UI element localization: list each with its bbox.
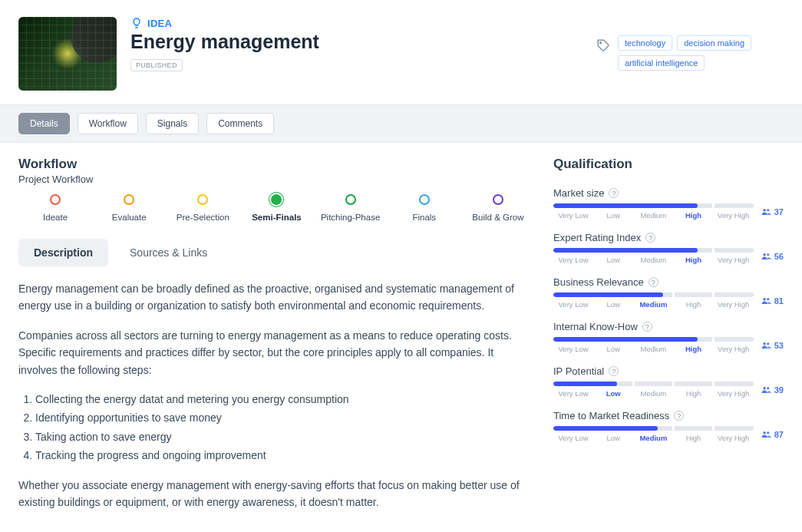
qualification-panel: Qualification Market size?Very LowLowMed… [553, 157, 784, 523]
workflow-steps: IdeateEvaluatePre-SelectionSemi-FinalsPi… [18, 194, 535, 222]
scale-label: Very High [714, 211, 754, 220]
scale-label: Medium [633, 256, 673, 264]
metric: Business Relevance?Very LowLowMediumHigh… [553, 276, 784, 309]
type-label: IDEA [147, 18, 172, 29]
scale-label: Very High [714, 434, 754, 442]
scale-label: High [673, 389, 713, 398]
workflow-step[interactable]: Finals [388, 194, 461, 222]
scale-label: Very Low [553, 345, 593, 353]
workflow-step[interactable]: Pitching-Phase [314, 194, 388, 222]
help-icon[interactable]: ? [642, 322, 652, 332]
help-icon[interactable]: ? [645, 233, 655, 243]
scale-label: Very Low [553, 434, 593, 442]
desc-p1: Energy management can be broadly defined… [18, 280, 535, 315]
scale-label: Very Low [553, 389, 593, 398]
svg-point-4 [767, 253, 769, 256]
scale-label: Very Low [553, 211, 593, 220]
metric-name: Internal Know-How [553, 321, 638, 332]
tag-icon [596, 38, 610, 55]
workflow-subtitle: Project Workflow [18, 173, 535, 185]
scale-label: High [673, 300, 713, 309]
metric-bar[interactable] [553, 292, 754, 297]
help-icon[interactable]: ? [609, 188, 619, 198]
people-count[interactable]: 53 [761, 341, 784, 350]
help-icon[interactable]: ? [649, 277, 658, 287]
tag[interactable]: decision making [677, 35, 751, 51]
desc-p3: Whether you associate energy management … [18, 477, 535, 511]
desc-step-item: Identifying opportunities to save money [35, 409, 535, 426]
metric-name: Business Relevance [553, 276, 644, 288]
scale-label: Very High [714, 389, 754, 398]
metric-bar[interactable] [553, 382, 754, 386]
svg-point-10 [767, 387, 769, 389]
metric-name: Time to Market Readiness [553, 410, 669, 421]
metric-bar[interactable] [553, 203, 754, 208]
svg-point-12 [767, 431, 769, 434]
workflow-step-label: Pre-Selection [166, 213, 239, 222]
workflow-step-label: Ideate [18, 213, 92, 222]
subtab-sources-links[interactable]: Sources & Links [114, 239, 223, 266]
workflow-step[interactable]: Evaluate [92, 194, 166, 222]
scale-label: High [673, 211, 713, 220]
scale-label: Medium [633, 345, 673, 353]
people-count[interactable]: 37 [761, 207, 784, 216]
metric-bar[interactable] [553, 337, 754, 342]
svg-point-2 [767, 209, 769, 211]
tag[interactable]: artificial intelligence [618, 55, 705, 71]
header-main: IDEA Energy management PUBLISHED [130, 17, 583, 71]
scale-label: Low [593, 300, 633, 309]
desc-step-item: Collecting the energy datat and metering… [35, 391, 535, 408]
desc-p2-intro: Companies across all sectors are turning… [18, 327, 535, 378]
workflow-step[interactable]: Ideate [18, 194, 92, 222]
help-icon[interactable]: ? [609, 366, 619, 376]
svg-point-3 [763, 253, 766, 256]
scale-label: High [673, 345, 713, 353]
svg-point-5 [763, 297, 766, 300]
workflow-step[interactable]: Pre-Selection [166, 194, 239, 222]
tab-workflow[interactable]: Workflow [78, 113, 138, 134]
workflow-step-label: Finals [388, 213, 461, 222]
scale-label: Low [593, 389, 633, 398]
workflow-step-label: Build & Grow [461, 213, 535, 222]
subtab-description[interactable]: Description [18, 239, 108, 266]
workflow-step[interactable]: Semi-Finals [239, 194, 313, 222]
tab-comments[interactable]: Comments [206, 113, 274, 134]
scale-label: Very High [714, 300, 754, 309]
metrics-list: Market size?Very LowLowMediumHighVery Hi… [553, 187, 784, 442]
svg-point-9 [763, 386, 766, 389]
tags-region: technologydecision makingartificial inte… [596, 17, 784, 71]
workflow-step-label: Evaluate [92, 213, 166, 222]
workflow-step[interactable]: Build & Grow [461, 194, 535, 222]
workflow-step-label: Semi-Finals [239, 213, 313, 222]
svg-point-8 [767, 342, 769, 345]
people-count[interactable]: 56 [761, 252, 784, 261]
scale-label: Medium [633, 434, 673, 442]
metric-bar[interactable] [553, 426, 754, 431]
scale-label: Medium [633, 300, 673, 309]
svg-point-1 [763, 208, 766, 211]
desc-steps-list: Collecting the energy datat and metering… [18, 391, 535, 464]
desc-step-item: Tracking the progress and ongoing improv… [35, 447, 535, 464]
metric: Internal Know-How?Very LowLowMediumHighV… [553, 321, 784, 353]
scale-label: Very High [714, 345, 754, 353]
people-count[interactable]: 39 [761, 385, 784, 395]
workflow-title: Workflow [18, 157, 535, 172]
tag[interactable]: technology [618, 35, 672, 51]
metric-name: IP Potential [553, 365, 604, 377]
scale-label: Very Low [553, 256, 593, 264]
svg-point-0 [600, 42, 602, 44]
help-icon[interactable]: ? [674, 411, 684, 421]
tab-details[interactable]: Details [18, 113, 70, 134]
people-count[interactable]: 81 [761, 296, 784, 306]
scale-label: Medium [633, 211, 673, 220]
page-title: Energy management [130, 31, 583, 53]
scale-label: High [673, 434, 713, 442]
sub-tabs: DescriptionSources & Links [18, 239, 535, 266]
scale-label: Low [593, 345, 633, 353]
metric-bar[interactable] [553, 248, 754, 253]
scale-label: Medium [633, 389, 673, 398]
tab-signals[interactable]: Signals [146, 113, 199, 134]
people-count[interactable]: 87 [761, 430, 784, 439]
svg-point-11 [763, 431, 766, 434]
workflow-step-label: Pitching-Phase [314, 213, 388, 222]
